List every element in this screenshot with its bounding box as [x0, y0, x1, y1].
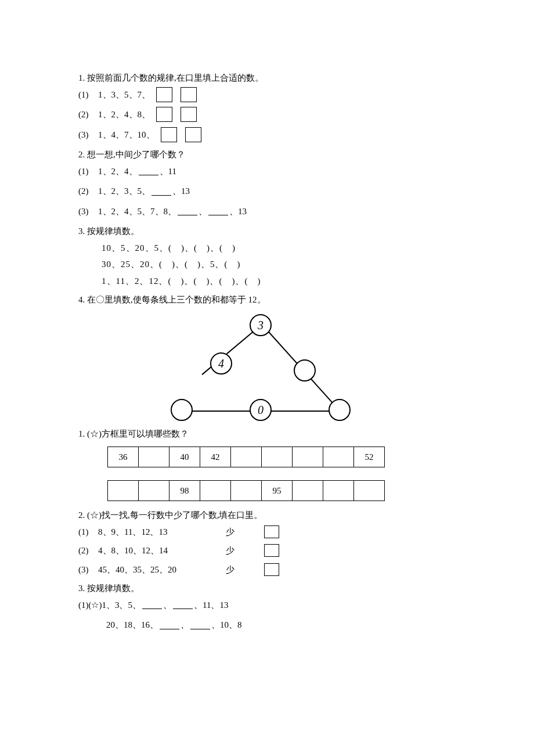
q2-item-1: (1) 1、2、4、 、11: [78, 163, 456, 180]
q3-line-2: 30、25、20、( )、( )、5、( ): [78, 256, 456, 273]
cell: 95: [262, 481, 293, 501]
q7-line2-pre: 20、18、16、: [106, 617, 158, 633]
q1-item-1: (1) 1、3、5、7、: [78, 87, 456, 103]
q6-item-2-seq: 4、8、10、12、14: [98, 542, 226, 559]
cell[interactable]: [231, 481, 262, 501]
answer-box[interactable]: [156, 87, 172, 102]
worksheet-page: 1. 按照前面几个数的规律,在口里填上合适的数。 (1) 1、3、5、7、 (2…: [0, 0, 534, 672]
cell[interactable]: [323, 447, 354, 467]
cell[interactable]: [139, 481, 169, 501]
q5-table-1: 36 40 42 52: [107, 447, 385, 467]
fill-blank[interactable]: [178, 207, 197, 215]
answer-box[interactable]: [161, 127, 177, 142]
cell[interactable]: [262, 447, 293, 467]
triangle-diagram: 3 4 0: [55, 313, 456, 423]
fill-blank[interactable]: [142, 600, 162, 609]
answer-box[interactable]: [181, 87, 197, 102]
q1-item-2-label: (2): [78, 106, 98, 123]
q6-item-2: (2) 4、8、10、12、14 少: [78, 542, 456, 559]
q6-item-1-seq: 8、9、11、12、13: [98, 524, 226, 541]
q6-item-3-label: (3): [78, 561, 98, 578]
answer-box[interactable]: [156, 107, 172, 122]
answer-box[interactable]: [181, 107, 197, 122]
fill-blank[interactable]: [160, 621, 179, 629]
fill-blank[interactable]: [190, 621, 210, 629]
q7: 3. 按规律填数。 (1)(☆) 1、3、5、 、 、11、13 20、18、1…: [78, 580, 456, 633]
table-row: 98 95: [108, 481, 385, 501]
q3-line-1: 10、5、20、5、( )、( )、( ): [78, 240, 456, 257]
table-row: 36 40 42 52: [108, 447, 385, 467]
cell[interactable]: [200, 481, 231, 501]
q7-line2-post: 、10、8: [211, 617, 242, 633]
answer-box[interactable]: [264, 544, 279, 557]
q3-title: 3. 按规律填数。: [78, 223, 456, 240]
q7-title: 3. 按规律填数。: [78, 580, 456, 597]
cell[interactable]: [108, 481, 139, 501]
node-midleft-val: 4: [218, 352, 224, 375]
cell: 42: [200, 447, 231, 467]
cell: 40: [169, 447, 200, 467]
q1-item-3: (3) 1、4、7、10、: [78, 127, 456, 143]
cell[interactable]: [354, 481, 385, 501]
node-botright[interactable]: [329, 399, 351, 421]
q2-item-3-pre: 1、2、4、5、7、8、: [98, 203, 176, 220]
answer-box[interactable]: [264, 563, 279, 576]
cell[interactable]: [293, 447, 323, 467]
q2-item-1-pre: 1、2、4、: [98, 163, 138, 180]
cell: 52: [354, 447, 385, 467]
q1-item-1-label: (1): [78, 87, 98, 103]
node-botmid: 0: [250, 399, 272, 421]
q2-title: 2. 想一想,中间少了哪个数？: [78, 146, 456, 163]
q3: 3. 按规律填数。 10、5、20、5、( )、( )、( ) 30、25、20…: [78, 223, 456, 289]
cell: 98: [169, 481, 200, 501]
node-botmid-val: 0: [258, 399, 264, 421]
sep: 、: [199, 203, 207, 220]
q1-item-2: (2) 1、2、4、8、: [78, 106, 456, 123]
q6-shao: 少: [226, 524, 258, 541]
q2-item-2-post: 、13: [172, 183, 190, 200]
cell[interactable]: [139, 447, 169, 467]
cell: 36: [108, 447, 139, 467]
q7-line1-post: 、11、13: [194, 597, 228, 614]
q1-title: 1. 按照前面几个数的规律,在口里填上合适的数。: [78, 70, 456, 87]
answer-box[interactable]: [264, 525, 279, 538]
q4-title: 4. 在〇里填数,使每条线上三个数的和都等于 12。: [78, 291, 456, 308]
answer-box[interactable]: [185, 127, 201, 142]
q6-item-3-seq: 45、40、35、25、20: [98, 561, 226, 578]
sep: 、: [163, 597, 172, 614]
node-midright[interactable]: [294, 359, 316, 381]
q7-line-2: 20、18、16、 、 、10、8: [78, 617, 456, 633]
fill-blank[interactable]: [139, 167, 158, 175]
q7-line1-pre: 1、3、5、: [102, 597, 141, 614]
q5-title: 1. (☆)方框里可以填哪些数？: [78, 426, 456, 442]
q2-item-3-post: 、13: [229, 203, 247, 220]
q2-item-1-post: 、11: [160, 163, 176, 180]
q6-shao: 少: [226, 561, 258, 578]
node-top: 3: [250, 314, 272, 336]
fill-blank[interactable]: [173, 600, 193, 609]
cell[interactable]: [231, 447, 262, 467]
cell[interactable]: [323, 481, 354, 501]
fill-blank[interactable]: [208, 207, 228, 215]
q6-item-1: (1) 8、9、11、12、13 少: [78, 524, 456, 541]
q1-item-3-seq: 1、4、7、10、: [98, 127, 155, 143]
q7-line-1: (1)(☆) 1、3、5、 、 、11、13: [78, 597, 456, 614]
q2-item-3: (3) 1、2、4、5、7、8、 、 、13: [78, 203, 456, 220]
q1-item-2-seq: 1、2、4、8、: [98, 106, 150, 123]
q2-item-2-pre: 1、2、3、5、: [98, 183, 150, 200]
q6-item-2-label: (2): [78, 542, 98, 559]
cell[interactable]: [293, 481, 323, 501]
sep: 、: [181, 617, 189, 633]
q2: 2. 想一想,中间少了哪个数？ (1) 1、2、4、 、11 (2) 1、2、3…: [78, 146, 456, 219]
node-top-val: 3: [258, 314, 264, 336]
q1: 1. 按照前面几个数的规律,在口里填上合适的数。 (1) 1、3、5、7、 (2…: [78, 70, 456, 143]
node-botleft[interactable]: [171, 399, 193, 421]
q6-shao: 少: [226, 542, 258, 559]
q7-line1-label: (1)(☆): [78, 597, 102, 614]
q3-line-3: 1、11、2、12、( )、( )、( )、( ): [78, 273, 456, 290]
q5-tables: 36 40 42 52 98: [107, 447, 456, 501]
q1-item-3-label: (3): [78, 127, 98, 143]
q4: 4. 在〇里填数,使每条线上三个数的和都等于 12。 3 4 0: [78, 291, 456, 423]
q2-item-2: (2) 1、2、3、5、 、13: [78, 183, 456, 200]
fill-blank[interactable]: [151, 187, 171, 196]
